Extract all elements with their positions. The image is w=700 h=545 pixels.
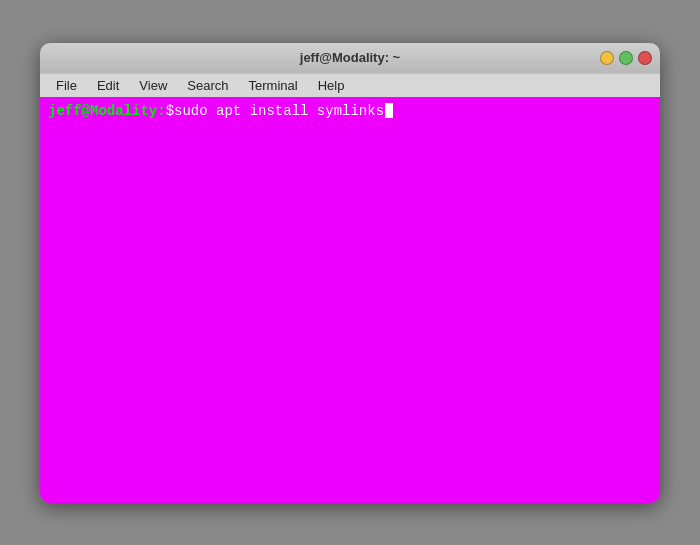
cursor <box>385 103 393 118</box>
prompt-user: jeff@Modality: <box>48 103 166 119</box>
command-text: sudo apt install symlinks <box>174 103 384 119</box>
menu-bar: File Edit View Search Terminal Help <box>40 73 660 97</box>
minimize-button[interactable] <box>600 51 614 65</box>
menu-edit[interactable]: Edit <box>89 76 127 95</box>
menu-view[interactable]: View <box>131 76 175 95</box>
close-button[interactable] <box>638 51 652 65</box>
menu-help[interactable]: Help <box>310 76 353 95</box>
terminal-body[interactable]: jeff@Modality: $ sudo apt install symlin… <box>40 97 660 503</box>
terminal-window: jeff@Modality: ~ File Edit View Search T… <box>40 43 660 503</box>
window-title: jeff@Modality: ~ <box>300 50 400 65</box>
menu-terminal[interactable]: Terminal <box>241 76 306 95</box>
terminal-line: jeff@Modality: $ sudo apt install symlin… <box>48 103 652 119</box>
menu-file[interactable]: File <box>48 76 85 95</box>
window-controls <box>600 51 652 65</box>
prompt-symbol: $ <box>166 103 174 119</box>
maximize-button[interactable] <box>619 51 633 65</box>
menu-search[interactable]: Search <box>179 76 236 95</box>
title-bar: jeff@Modality: ~ <box>40 43 660 73</box>
